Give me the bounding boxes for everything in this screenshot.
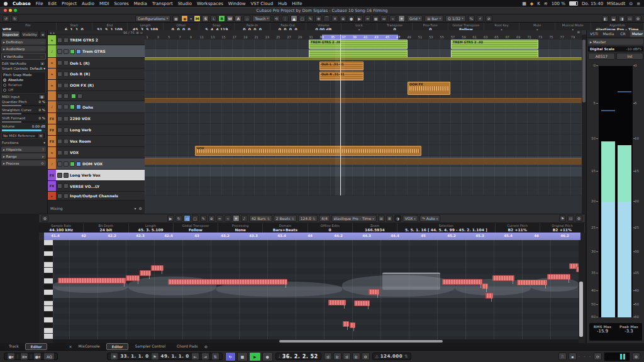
- black-key[interactable]: [44, 246, 53, 251]
- track-solo-button[interactable]: [64, 38, 69, 43]
- editor-bars-dropdown[interactable]: 42 Bars⇅: [249, 215, 272, 222]
- k-icon[interactable]: K: [537, 1, 540, 6]
- menu-item-vst-cloud[interactable]: VST Cloud: [250, 1, 273, 6]
- master-section-header[interactable]: ▸ Master: [588, 39, 643, 45]
- state-button-s[interactable]: S: [202, 15, 209, 22]
- play-button[interactable]: ▶: [249, 352, 261, 361]
- inspector-section-variaudio[interactable]: ▾ VariAudio⋯: [1, 53, 46, 60]
- track-record-button[interactable]: [70, 49, 75, 54]
- editor-snap-icon[interactable]: ⌁: [225, 215, 231, 222]
- menu-user[interactable]: MStaudt: [607, 1, 625, 6]
- menu-item-window[interactable]: Window: [228, 1, 246, 6]
- editor-auto-dropdown[interactable]: ↷Auto▾: [419, 215, 440, 222]
- editor-vscroll-thumb[interactable]: [579, 282, 583, 337]
- track-solo-button[interactable]: [64, 194, 69, 199]
- punch-lock-icon[interactable]: ⇅: [211, 353, 219, 360]
- menu-item-hilfe[interactable]: Hilfe: [292, 1, 302, 6]
- track-mute-button[interactable]: [57, 173, 62, 178]
- track-solo-button[interactable]: [64, 128, 69, 133]
- pitch-segment-12[interactable]: [486, 293, 493, 299]
- track-monitor-button[interactable]: [76, 104, 81, 109]
- arrangement-area[interactable]: ⊞ 13579111315171921232527293133353739414…: [145, 30, 586, 214]
- inspector-section-hitpoints[interactable]: ▸ Hitpoints?: [1, 146, 46, 152]
- tab-visibility[interactable]: Visibility: [21, 31, 40, 38]
- arrange-vscrollbar[interactable]: [582, 35, 586, 214]
- editor-range-icon[interactable]: ▢: [192, 215, 199, 222]
- editor-scrub-icon[interactable]: ≈: [216, 215, 223, 222]
- white-key[interactable]: [44, 306, 53, 312]
- spotlight-icon[interactable]: ⊙: [629, 1, 633, 6]
- track-record-button[interactable]: [70, 104, 75, 109]
- project-playhead[interactable]: [340, 35, 341, 195]
- snap-on-icon[interactable]: ✳: [398, 15, 405, 22]
- white-key[interactable]: [44, 290, 53, 295]
- white-key[interactable]: [44, 278, 53, 284]
- record-button[interactable]: ●: [262, 352, 273, 361]
- editor-flag-icon[interactable]: ⚑: [559, 215, 566, 222]
- editor-beats-dropdown[interactable]: 2 Beats⇅: [274, 215, 297, 222]
- editor-play-icon[interactable]: ▶: [167, 215, 174, 222]
- clip-olive[interactable]: [145, 57, 582, 60]
- menu-item-cubase[interactable]: Cubase: [13, 1, 31, 6]
- track-monitor-button[interactable]: [76, 49, 81, 54]
- punch-in-icon[interactable]: ⇤: [191, 353, 199, 360]
- ruler-options-icon[interactable]: ⊞: [577, 30, 580, 34]
- aes17-button[interactable]: AES17: [588, 53, 615, 60]
- mixing-gear-icon[interactable]: ⚙: [139, 206, 142, 211]
- editor-quantize-icon[interactable]: ♪: [241, 215, 248, 222]
- track-row-mini[interactable]: [48, 91, 145, 101]
- track-mute-button[interactable]: [57, 184, 62, 189]
- automation-mode-dropdown[interactable]: Touch▾: [252, 15, 271, 22]
- track-mute-button[interactable]: [57, 38, 62, 43]
- pitch-segment-2[interactable]: [140, 270, 151, 276]
- audiowarp-quantize-icon[interactable]: ⊘: [486, 15, 492, 22]
- clip-vox[interactable]: VOX: [195, 146, 421, 156]
- track-solo-button[interactable]: [64, 49, 69, 54]
- clip-trem-gtrs-2-02[interactable]: TREM GTRS 2 .02: [451, 40, 538, 49]
- track-row-ooh-l-r-[interactable]: ≈Ooh L (R): [48, 58, 145, 69]
- goto-right-locator-icon[interactable]: ⚑: [151, 353, 159, 360]
- state-button-m[interactable]: M: [194, 15, 201, 22]
- selected-waveform-region[interactable]: [382, 273, 440, 290]
- pitch-segment-14[interactable]: [517, 280, 547, 285]
- pitch-segment-5[interactable]: [328, 300, 346, 305]
- white-key[interactable]: [44, 334, 53, 339]
- track-row-trem-gtrs-2[interactable]: ≈TREM GTRS 2: [48, 35, 145, 45]
- clip-brown[interactable]: [145, 158, 582, 165]
- track-mute-button[interactable]: [57, 49, 62, 54]
- white-key[interactable]: [44, 317, 53, 323]
- track-mute-button[interactable]: [57, 72, 62, 77]
- pitch-snap-relative[interactable]: Relative: [3, 82, 44, 87]
- app-switch-icon[interactable]: ▦: [522, 1, 526, 6]
- white-key[interactable]: [44, 301, 53, 307]
- track-mute-button[interactable]: [57, 150, 62, 155]
- clip-ooh-fx[interactable]: OOH FX: [408, 82, 450, 95]
- track-mute-button[interactable]: [57, 83, 62, 88]
- editor-audition-icon[interactable]: ◁: [184, 215, 191, 222]
- track-row-vox-room[interactable]: FXVox Room: [48, 136, 145, 147]
- state-button-a[interactable]: A: [235, 15, 242, 22]
- pitch-segment-13[interactable]: [492, 275, 514, 281]
- tab-chord-pads[interactable]: Chord Pads: [172, 343, 203, 350]
- editor-loop-icon[interactable]: ↻: [175, 215, 182, 222]
- arrange-vscroll-thumb[interactable]: [582, 40, 586, 102]
- midi-input-row[interactable]: MIDI Input▦: [1, 94, 46, 99]
- nudge-beat-left-button[interactable]: ⊴: [343, 353, 351, 360]
- state-button-r[interactable]: R: [218, 15, 225, 22]
- inspector-section-definition[interactable]: ▸ Definition⋯: [1, 39, 46, 45]
- more-tools-icon[interactable]: ⋮: [282, 15, 289, 22]
- white-key[interactable]: [44, 240, 53, 246]
- edit-variaudio-row[interactable]: Edit VariAudio▸: [1, 61, 46, 66]
- inspector-menu-icon[interactable]: ≡: [40, 31, 46, 38]
- editor-grid-icon[interactable]: ⊞: [378, 215, 385, 222]
- piano-keyboard[interactable]: [44, 240, 53, 339]
- mixing-collapse-icon[interactable]: ▾: [135, 206, 136, 211]
- algorithm-dropdown[interactable]: élastique Pro - Time▾: [331, 215, 377, 222]
- menu-item-file[interactable]: File: [36, 1, 43, 6]
- tab-inspector[interactable]: Inspector: [1, 31, 20, 38]
- track-zoom-icon[interactable]: ⊞: [136, 31, 139, 35]
- left-locator-value[interactable]: 33. 1. 1. 0: [120, 354, 148, 359]
- track-solo-button[interactable]: [64, 139, 69, 144]
- inspector-section-range[interactable]: ▸ Range▸: [1, 153, 46, 159]
- tab-editor[interactable]: Editor: [25, 343, 48, 350]
